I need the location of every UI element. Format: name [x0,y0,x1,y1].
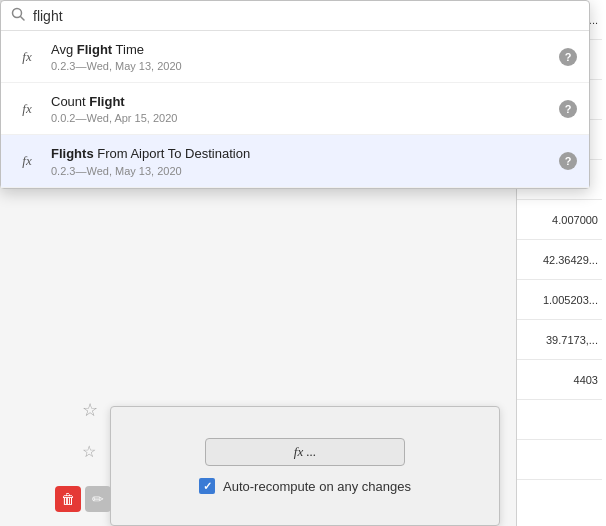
help-icon[interactable]: ? [559,152,577,170]
result-meta: 0.0.2—Wed, Apr 15, 2020 [51,112,549,124]
svg-line-1 [21,17,25,21]
help-icon[interactable]: ? [559,100,577,118]
result-meta: 0.2.3—Wed, May 13, 2020 [51,60,549,72]
search-icon [11,7,25,24]
search-bar [1,1,589,31]
fx-button[interactable]: fx ... [205,438,405,466]
search-dropdown: fx Avg Flight Time 0.2.3—Wed, May 13, 20… [0,0,590,189]
table-row: 42.36429... [517,240,602,280]
edit-button[interactable]: ✏ [85,486,111,512]
table-row: 39.7173,... [517,320,602,360]
auto-recompute-label: Auto-recompute on any changes [223,479,411,494]
star-icon-2[interactable]: ☆ [82,442,96,461]
result-content: Flights From Aiport To Destination 0.2.3… [51,145,549,176]
result-title: Avg Flight Time [51,41,549,59]
result-title: Count Flight [51,93,549,111]
result-count-flight[interactable]: fx Count Flight 0.0.2—Wed, Apr 15, 2020 … [1,83,589,135]
bottom-panel: fx ... Auto-recompute on any changes [110,406,500,526]
table-row: 1.005203... [517,280,602,320]
auto-recompute-row: Auto-recompute on any changes [199,478,411,494]
table-row: 4403 [517,360,602,400]
fx-icon: fx [13,46,41,68]
table-row: 4.007000 [517,200,602,240]
table-row [517,440,602,480]
result-title: Flights From Aiport To Destination [51,145,549,163]
trash-icon: 🗑 [61,491,75,507]
left-icons: 🗑 ✏ [55,486,111,512]
fx-icon: fx [13,98,41,120]
result-flights-from-airport[interactable]: fx Flights From Aiport To Destination 0.… [1,135,589,187]
fx-icon: fx [13,150,41,172]
result-meta: 0.2.3—Wed, May 13, 2020 [51,165,549,177]
auto-recompute-checkbox[interactable] [199,478,215,494]
star-icon[interactable]: ☆ [82,399,98,421]
pencil-icon: ✏ [92,491,104,507]
delete-button[interactable]: 🗑 [55,486,81,512]
result-content: Avg Flight Time 0.2.3—Wed, May 13, 2020 [51,41,549,72]
result-content: Count Flight 0.0.2—Wed, Apr 15, 2020 [51,93,549,124]
help-icon[interactable]: ? [559,48,577,66]
search-input[interactable] [33,8,579,24]
table-row [517,400,602,440]
result-avg-flight-time[interactable]: fx Avg Flight Time 0.2.3—Wed, May 13, 20… [1,31,589,83]
